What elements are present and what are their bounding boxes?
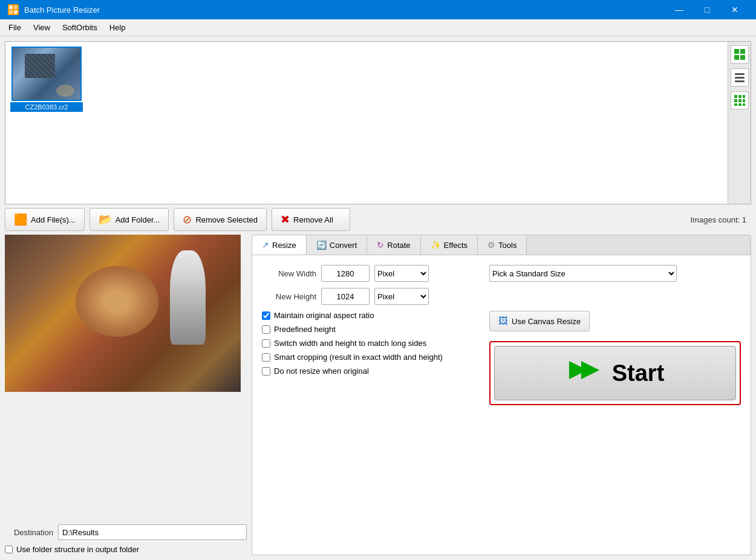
view-list-button[interactable] [731,68,749,86]
maximize-button[interactable]: □ [693,0,721,19]
new-height-label: New Height [262,292,316,301]
convert-tab-label: Convert [330,241,357,250]
right-panel: ↗ Resize 🔄 Convert ↻ Rotate ✨ Effects ⚙ [252,235,751,555]
toolbar: 🟧 Add File(s)... 📂 Add Folder... ⊘ Remov… [5,204,751,235]
svg-rect-3 [9,10,13,14]
maintain-aspect-checkbox[interactable] [262,311,270,320]
menu-view[interactable]: View [27,21,56,34]
smart-cropping-checkbox[interactable] [262,353,270,362]
do-not-resize-row: Do not resize when original [262,366,480,376]
menubar: File View SoftOrbits Help [0,19,756,36]
maintain-aspect-label: Maintain original aspect ratio [274,311,374,320]
svg-rect-5 [734,49,739,54]
height-unit-select[interactable]: Pixel Percent Centimeter Inch [374,288,429,305]
close-button[interactable]: ✕ [721,0,749,19]
menu-file[interactable]: File [2,21,27,34]
settings-content: New Width Pixel Percent Centimeter Inch [262,265,741,405]
view-thumbnail-button[interactable] [731,45,749,63]
view-grid-button[interactable] [731,91,749,109]
svg-rect-15 [734,99,737,102]
menu-help[interactable]: Help [103,21,132,34]
svg-rect-13 [738,95,741,98]
titlebar: Batch Picture Resizer — □ ✕ [0,0,756,19]
tools-tab-icon: ⚙ [487,240,495,250]
canvas-resize-button[interactable]: 🖼 Use Canvas Resize [489,311,590,331]
smart-cropping-label: Smart cropping (result in exact width an… [274,353,443,362]
maintain-aspect-row: Maintain original aspect ratio [262,311,480,320]
folder-structure-row: Use folder structure in output folder [5,544,247,555]
tab-tools[interactable]: ⚙ Tools [478,235,527,255]
canvas-resize-icon: 🖼 [498,316,508,327]
start-button[interactable]: Start [494,346,736,400]
start-arrow-icon [566,355,602,392]
checkboxes-section: Maintain original aspect ratio Predefine… [262,311,480,376]
add-folder-button[interactable]: 📂 Add Folder... [90,208,169,231]
settings-right: Pick a Standard Size 🖼 Use Canvas Resize [489,265,741,405]
rotate-tab-label: Rotate [387,241,410,250]
list-item[interactable]: CZ2B0383.cr2 [10,47,83,112]
svg-rect-9 [735,73,745,75]
destination-label: Destination [5,528,53,537]
new-width-row: New Width Pixel Percent Centimeter Inch [262,265,480,282]
file-list: CZ2B0383.cr2 [5,42,728,204]
width-input[interactable] [321,265,370,282]
svg-rect-18 [734,103,737,106]
svg-rect-2 [14,5,18,9]
new-width-label: New Width [262,269,316,278]
bottom-section: Destination Use folder structure in outp… [5,235,751,555]
add-files-label: Add File(s)... [31,215,76,224]
resize-tab-icon: ↗ [262,240,269,250]
app-icon [7,4,19,16]
width-unit-select[interactable]: Pixel Percent Centimeter Inch [374,265,429,282]
smart-cropping-row: Smart cropping (result in exact width an… [262,353,480,362]
view-sidebar [728,42,751,204]
tab-resize[interactable]: ↗ Resize [252,235,307,255]
add-folder-label: Add Folder... [116,215,160,224]
file-preview-area: CZ2B0383.cr2 [5,41,751,204]
file-thumbnail [11,47,82,101]
remove-all-label: Remove All [293,215,333,224]
file-label: CZ2B0383.cr2 [10,102,83,112]
rotate-tab-icon: ↻ [377,240,384,250]
svg-rect-11 [735,80,745,82]
settings-panel: New Width Pixel Percent Centimeter Inch [252,255,751,555]
remove-selected-button[interactable]: ⊘ Remove Selected [174,208,267,231]
svg-rect-16 [738,99,741,102]
standard-size-select[interactable]: Pick a Standard Size [489,265,677,282]
svg-rect-10 [735,77,745,79]
tab-rotate[interactable]: ↻ Rotate [367,235,420,255]
tools-tab-label: Tools [498,241,516,250]
start-button-area: Start [489,341,741,405]
do-not-resize-label: Do not resize when original [274,366,369,376]
predefined-height-row: Predefined height [262,325,480,334]
canvas-resize-label: Use Canvas Resize [512,317,581,326]
tab-effects[interactable]: ✨ Effects [421,235,478,255]
resize-tab-label: Resize [272,241,296,250]
tab-convert[interactable]: 🔄 Convert [307,235,368,255]
do-not-resize-checkbox[interactable] [262,367,270,376]
svg-rect-4 [14,10,18,14]
main-container: CZ2B0383.cr2 [0,36,756,560]
add-files-button[interactable]: 🟧 Add File(s)... [5,208,85,231]
svg-rect-19 [738,103,741,106]
height-input[interactable] [321,288,370,305]
switch-sides-checkbox[interactable] [262,339,270,348]
tabs-bar: ↗ Resize 🔄 Convert ↻ Rotate ✨ Effects ⚙ [252,235,751,255]
predefined-height-checkbox[interactable] [262,325,270,334]
svg-rect-17 [743,99,745,102]
add-files-icon: 🟧 [14,213,27,226]
svg-marker-22 [581,361,599,379]
window-controls: — □ ✕ [665,0,749,19]
predefined-height-label: Predefined height [274,325,336,334]
menu-softorbits[interactable]: SoftOrbits [56,21,103,34]
destination-input[interactable] [58,524,247,540]
minimize-button[interactable]: — [665,0,693,19]
svg-rect-7 [734,55,739,60]
folder-structure-checkbox[interactable] [5,545,13,553]
new-height-row: New Height Pixel Percent Centimeter Inch [262,288,480,305]
images-count: Images count: 1 [691,215,752,224]
settings-left: New Width Pixel Percent Centimeter Inch [262,265,480,405]
remove-all-button[interactable]: ✖ Remove All [272,208,350,231]
convert-tab-icon: 🔄 [316,240,327,250]
svg-rect-12 [734,95,737,98]
